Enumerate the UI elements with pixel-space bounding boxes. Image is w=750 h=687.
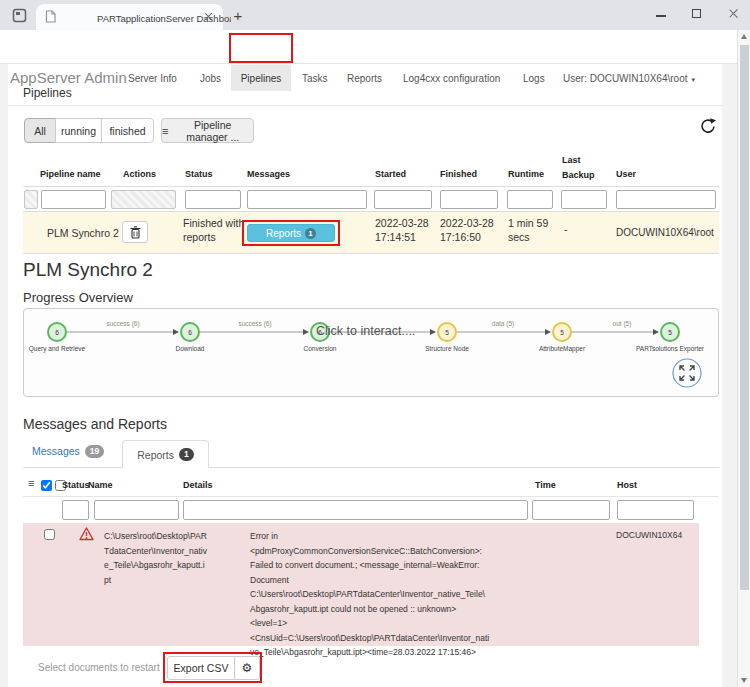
nav-item-server-info[interactable]: Server Info [128, 73, 177, 84]
window-close-icon[interactable] [727, 8, 738, 19]
refresh-icon[interactable] [699, 117, 717, 135]
filter-report-details[interactable] [183, 500, 528, 520]
scrollbar-thumb[interactable] [740, 45, 749, 590]
last-backup-cell: - [564, 223, 568, 235]
node-label-structure-node: Structure Node [425, 345, 469, 352]
pipeline-status-cell: Finished with reports [183, 216, 245, 244]
node-count: 6 [188, 329, 192, 336]
filter-input-backup[interactable] [561, 190, 607, 209]
user-cell: DOCUWIN10X64\root [616, 227, 714, 238]
graph-node-download[interactable]: 6 [180, 322, 200, 342]
col-runtime: Runtime [508, 169, 544, 179]
user-menu-label: User: DOCUWIN10X64\root [563, 73, 687, 84]
filter-finished-button[interactable]: finished [101, 118, 154, 143]
started-cell: 2022-03-28 17:14:51 [375, 216, 433, 244]
maximize-button[interactable] [692, 9, 701, 18]
node-count: 5 [445, 329, 449, 336]
filter-report-status[interactable] [62, 500, 89, 520]
reports-button-label: Reports [266, 228, 301, 239]
filter-input-user[interactable] [616, 190, 716, 209]
graph-node-partsolutions-exporter[interactable]: 5 [660, 322, 680, 342]
node-count: 5 [560, 329, 564, 336]
graph-node-attributemapper[interactable]: 5 [552, 322, 572, 342]
restart-hint: Select documents to restart [38, 662, 160, 673]
reports-button[interactable]: Reports 1 [247, 224, 335, 242]
col-status: Status [185, 169, 213, 179]
tab-reports[interactable]: Reports 1 [122, 440, 209, 468]
nav-item-tasks[interactable]: Tasks [302, 73, 328, 84]
select-all-checkbox[interactable] [41, 480, 52, 491]
filter-input-runtime[interactable] [507, 190, 553, 209]
right-gutter [722, 64, 737, 687]
nav-item-jobs[interactable]: Jobs [200, 73, 221, 84]
filter-all-button[interactable]: All [24, 118, 56, 143]
report-row-checkbox[interactable] [44, 529, 55, 540]
graph-interact-hint: Click to interact.... [316, 324, 415, 338]
report-host-cell: DOCUWIN10X64 [616, 530, 682, 540]
filter-report-host[interactable] [617, 500, 694, 520]
tab-messages-badge: 19 [85, 445, 104, 458]
nav-item-logs[interactable]: Logs [523, 73, 545, 84]
tab-switcher-icon[interactable] [12, 8, 27, 23]
page-icon [45, 10, 56, 23]
tab-close-icon[interactable] [203, 12, 212, 21]
filter-running-button[interactable]: running [55, 118, 102, 143]
node-label-attributemapper: AttributeMapper [539, 345, 585, 352]
col-report-time: Time [535, 480, 556, 490]
filter-input-started[interactable] [374, 190, 432, 209]
nav-item-pipelines-label: Pipelines [241, 73, 282, 84]
edge-label-4: data (5) [492, 320, 514, 327]
vertical-scrollbar[interactable] [737, 30, 750, 687]
graph-node-structure-node[interactable]: 5 [437, 322, 457, 342]
filter-input-status[interactable] [185, 190, 241, 209]
filter-report-time[interactable] [532, 500, 610, 520]
filter-all-label: All [34, 125, 46, 137]
pipeline-name-cell: PLM Synchro 2 [47, 227, 119, 239]
col-finished: Finished [440, 169, 477, 179]
browser-tab-bar: PARTapplicationServer Dashboar + [0, 0, 750, 30]
export-settings-button[interactable]: ⚙ [234, 656, 260, 680]
filter-input-messages[interactable] [247, 190, 367, 209]
nav-item-pipelines[interactable]: Pipelines [231, 65, 291, 91]
scroll-up-arrow[interactable] [741, 34, 747, 39]
col-messages: Messages [247, 169, 290, 179]
edge-label-5: out (5) [613, 320, 632, 327]
filter-finished-label: finished [109, 125, 145, 137]
trash-icon [130, 226, 141, 239]
pipeline-manager-button[interactable]: ≡ Pipeline manager ... [161, 118, 254, 143]
detail-title: PLM Synchro 2 [23, 259, 153, 281]
user-menu[interactable]: User: DOCUWIN10X64\root ▼ [563, 73, 696, 84]
app-brand: AppServer Admin [10, 69, 127, 86]
expand-graph-icon[interactable] [671, 357, 703, 389]
col-actions: Actions [123, 169, 156, 179]
minimize-button[interactable] [656, 15, 666, 17]
app-navbar: AppServer Admin Server Info Jobs Pipelin… [0, 30, 750, 64]
pipeline-manager-label: Pipeline manager ... [172, 119, 253, 143]
delete-pipeline-button[interactable] [122, 221, 148, 243]
filter-input-pipeline-name[interactable] [41, 190, 106, 209]
export-csv-button[interactable]: Export CSV [167, 656, 235, 680]
scroll-down-arrow[interactable] [741, 678, 747, 683]
pipelines-panel-title: Pipelines [23, 86, 72, 100]
export-csv-label: Export CSV [174, 662, 229, 674]
table-divider-2 [23, 496, 719, 497]
column-menu-icon[interactable]: ≡ [28, 477, 34, 489]
nav-item-reports[interactable]: Reports [347, 73, 382, 84]
edge-label-2: success (6) [238, 320, 271, 327]
col-started: Started [375, 169, 406, 179]
browser-tab[interactable]: PARTapplicationServer Dashboar [36, 4, 223, 30]
table-divider [23, 186, 719, 187]
graph-node-query-retrieve[interactable]: 6 [47, 322, 67, 342]
list-icon: ≡ [162, 125, 168, 137]
node-label-partsolutions-exporter: PARTsolutions Exporter [636, 345, 704, 352]
nav-item-log4cxx[interactable]: Log4cxx configuration [403, 73, 500, 84]
tab-reports-badge: 1 [179, 448, 194, 461]
tab-reports-label: Reports [137, 449, 174, 461]
tab-messages[interactable]: Messages 19 [32, 445, 104, 458]
new-tab-button[interactable]: + [229, 4, 247, 26]
col-report-details: Details [183, 480, 213, 490]
report-details-cell: Error in <pdmProxyCommonConversionServic… [250, 529, 490, 660]
filter-input-finished[interactable] [440, 190, 498, 209]
filter-report-name[interactable] [94, 500, 179, 520]
col-user: User [616, 169, 636, 179]
